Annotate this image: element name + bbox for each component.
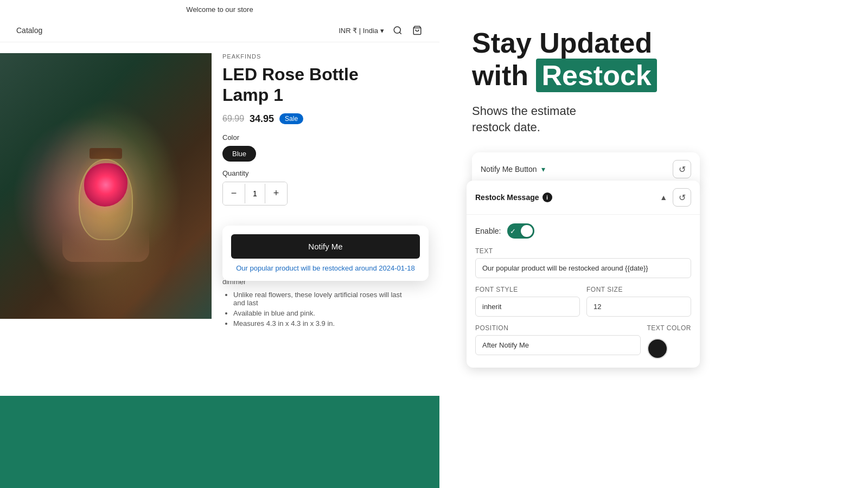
font-style-input[interactable] xyxy=(475,297,580,317)
quantity-value: 1 xyxy=(245,184,265,203)
right-panel: Stay Updated with Restock Shows the esti… xyxy=(439,0,868,488)
store-header: Welcome to our store Catalog INR ₹ | Ind… xyxy=(0,0,439,42)
headline-restock-highlight: Restock xyxy=(536,59,656,92)
toggle-check-icon: ✓ xyxy=(510,227,516,235)
nav-right: INR ₹ | India ▾ xyxy=(339,24,423,36)
currency-chevron-icon: ▾ xyxy=(380,27,384,35)
quantity-increase-button[interactable]: + xyxy=(265,182,287,205)
restock-panel-title: Restock Message i xyxy=(475,192,660,202)
widget-card: Notify Me Button ▾ ↺ Restock Message i ▲… xyxy=(472,152,700,187)
sale-price: 34.95 xyxy=(250,113,274,125)
product-image-overlay xyxy=(0,53,212,319)
font-row: Font Style Font Size xyxy=(475,286,691,317)
list-item: Measures 4.3 in x 4.3 in x 3.9 in. xyxy=(233,319,412,328)
catalog-nav-item[interactable]: Catalog xyxy=(16,26,42,35)
text-field-label: Text xyxy=(475,247,691,255)
original-price: 69.99 xyxy=(222,114,244,124)
currency-selector[interactable]: INR ₹ | India ▾ xyxy=(339,27,384,35)
position-row: Position After Notify Me Text Color xyxy=(475,324,691,359)
product-image xyxy=(0,53,212,319)
text-section: Text xyxy=(475,247,691,278)
position-select[interactable]: After Notify Me xyxy=(475,335,641,355)
panel-refresh-button[interactable]: ↺ xyxy=(673,188,691,207)
restock-panel-header: Restock Message i ▲ ↺ xyxy=(467,181,700,215)
text-color-group: Text Color xyxy=(647,324,691,359)
teal-bottom-decoration xyxy=(0,396,439,488)
restock-message-panel: Restock Message i ▲ ↺ Enable: ✓ Text xyxy=(467,181,700,368)
enable-toggle[interactable]: ✓ xyxy=(507,223,534,239)
main-headline: Stay Updated with Restock xyxy=(472,27,835,92)
quantity-decrease-button[interactable]: − xyxy=(223,182,245,205)
toggle-knob xyxy=(521,225,533,237)
color-label: Color xyxy=(222,133,412,142)
font-size-label: Font Size xyxy=(586,286,691,293)
font-size-input[interactable] xyxy=(586,297,691,317)
font-style-group: Font Style xyxy=(475,286,580,317)
cart-icon[interactable] xyxy=(411,24,423,36)
enable-row: Enable: ✓ xyxy=(475,223,691,239)
panel-collapse-icon[interactable]: ▲ xyxy=(660,193,667,202)
brand-label: PEAKFINDS xyxy=(222,53,412,60)
notify-me-button[interactable]: Notify Me xyxy=(231,234,420,259)
list-item: Available in blue and pink. xyxy=(233,309,412,317)
left-panel: Welcome to our store Catalog INR ₹ | Ind… xyxy=(0,0,439,488)
text-color-swatch[interactable] xyxy=(647,338,668,359)
search-icon[interactable] xyxy=(392,24,404,36)
enable-label: Enable: xyxy=(475,227,501,235)
quantity-control: − 1 + xyxy=(222,182,288,206)
rose-inside xyxy=(84,163,127,207)
lamp-illustration xyxy=(57,110,155,262)
sale-badge: Sale xyxy=(279,113,303,124)
subtitle: Shows the estimate restock date. xyxy=(472,103,835,137)
color-button[interactable]: Blue xyxy=(222,146,256,162)
product-area: PEAKFINDS LED Rose Bottle Lamp 1 69.99 3… xyxy=(0,42,439,330)
svg-point-0 xyxy=(394,27,400,33)
desc-list: Unlike real flowers, these lovely artifi… xyxy=(222,291,412,328)
hand-hint xyxy=(62,229,149,262)
lamp-body xyxy=(79,159,133,240)
position-group: Position After Notify Me xyxy=(475,324,641,355)
notify-popup: Notify Me Our popular product will be re… xyxy=(222,226,429,281)
font-style-label: Font Style xyxy=(475,286,580,293)
position-label: Position xyxy=(475,324,641,332)
widget-selector-label: Notify Me Button xyxy=(481,165,537,174)
widget-selector[interactable]: Notify Me Button ▾ xyxy=(481,165,673,174)
restock-panel-body: Enable: ✓ Text Font Style xyxy=(467,215,700,368)
restock-date-message: Our popular product will be restocked ar… xyxy=(231,264,420,272)
nav-bar: Catalog INR ₹ | India ▾ xyxy=(0,19,439,42)
svg-line-1 xyxy=(399,32,401,34)
text-color-label: Text Color xyxy=(647,324,691,332)
restock-text-input[interactable] xyxy=(475,258,691,278)
quantity-label: Quantity xyxy=(222,169,412,177)
welcome-text: Welcome to our store xyxy=(186,5,253,14)
font-size-group: Font Size xyxy=(586,286,691,317)
color-section: Color Blue xyxy=(222,133,412,162)
selector-chevron-icon: ▾ xyxy=(541,165,545,174)
welcome-bar: Welcome to our store xyxy=(0,0,439,19)
price-row: 69.99 34.95 Sale xyxy=(222,113,412,125)
info-icon: i xyxy=(542,192,552,202)
product-info: PEAKFINDS LED Rose Bottle Lamp 1 69.99 3… xyxy=(212,53,423,330)
product-title: LED Rose Bottle Lamp 1 xyxy=(222,64,412,106)
list-item: Unlike real flowers, these lovely artifi… xyxy=(233,291,412,307)
quantity-section: Quantity − 1 + xyxy=(222,169,412,206)
widget-refresh-button[interactable]: ↺ xyxy=(673,160,691,178)
